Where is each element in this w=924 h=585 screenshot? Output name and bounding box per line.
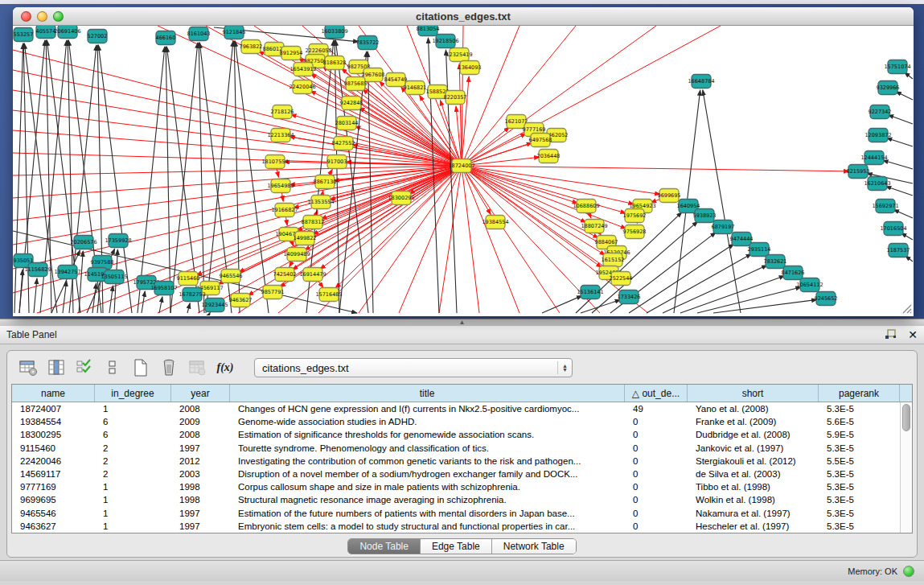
column-header-in_degree[interactable]: in_degree — [95, 385, 171, 402]
network-node[interactable]: 6497568 — [529, 134, 552, 147]
table-row[interactable]: 1830029562008Estimation of significance … — [12, 428, 912, 441]
import-table-icon[interactable] — [187, 357, 207, 378]
network-node[interactable]: 917003 — [327, 155, 347, 169]
table-row[interactable]: 977716911998Corpus callosum shape and si… — [12, 480, 912, 493]
close-window-button[interactable] — [21, 11, 31, 22]
split-pane-divider[interactable]: ▲ — [0, 319, 924, 326]
table-row[interactable]: 911546021997Tourette syndrome. Phenomeno… — [12, 442, 912, 455]
minimize-window-button[interactable] — [37, 11, 47, 22]
network-node[interactable]: 405574 — [36, 26, 56, 39]
network-node[interactable]: 9875685 — [344, 77, 368, 91]
network-node[interactable]: 11353554 — [307, 196, 334, 209]
network-node[interactable]: 16033809 — [321, 26, 347, 39]
column-header-short[interactable]: short — [688, 385, 819, 402]
delete-table-icon[interactable] — [158, 357, 179, 378]
function-builder-icon[interactable]: f(x) — [215, 357, 236, 378]
network-node[interactable]: 12325419 — [446, 48, 472, 62]
network-node[interactable]: 9245652 — [815, 292, 838, 306]
network-node[interactable]: 10654112 — [796, 278, 823, 292]
memory-indicator-icon[interactable] — [903, 566, 914, 577]
tab-network-table[interactable]: Network Table — [492, 539, 576, 554]
select-columns-check-icon[interactable] — [74, 357, 95, 378]
network-node[interactable]: 16914479 — [299, 268, 326, 282]
network-node[interactable]: 15716485 — [315, 288, 342, 302]
network-node[interactable]: 14099489 — [283, 248, 310, 262]
new-table-icon[interactable] — [130, 357, 151, 378]
table-row[interactable]: 946554611997Estimation of the future num… — [12, 507, 912, 520]
network-canvas[interactable]: 1872400779638228860128891295422226058982… — [13, 26, 914, 315]
network-node[interactable]: 9329966 — [877, 81, 900, 95]
network-node[interactable]: 2718126 — [271, 105, 294, 119]
network-node[interactable]: 1975692 — [623, 209, 647, 223]
network-node[interactable]: 8878312 — [302, 216, 325, 229]
float-panel-icon[interactable] — [885, 329, 897, 340]
network-node[interactable]: 1364093 — [458, 61, 482, 75]
network-node[interactable]: 9463627 — [229, 294, 253, 307]
network-node[interactable]: 12444154 — [860, 151, 887, 165]
network-node[interactable]: 9115460 — [177, 272, 200, 286]
network-node[interactable]: 9699695 — [658, 189, 681, 203]
zoom-window-button[interactable] — [53, 11, 64, 22]
network-node[interactable]: 17359928 — [105, 234, 131, 248]
network-node[interactable]: 9121845 — [223, 26, 246, 39]
network-node[interactable]: 20206576 — [70, 236, 97, 249]
network-node[interactable]: 18807249 — [581, 220, 607, 233]
table-row[interactable]: 946362711997Embryonic stem cells: a mode… — [12, 520, 912, 533]
network-node[interactable]: 9857791 — [261, 286, 285, 299]
tab-node-table[interactable]: Node Table — [348, 539, 421, 554]
network-node[interactable]: 10688609 — [573, 200, 599, 213]
network-node[interactable]: 2803144 — [335, 117, 359, 130]
column-chooser-icon[interactable] — [46, 357, 67, 378]
network-node[interactable]: 9227342 — [869, 105, 892, 119]
network-node[interactable]: 20691406 — [54, 26, 80, 39]
network-node[interactable]: 8186328 — [323, 56, 347, 70]
network-node[interactable]: 15692971 — [872, 200, 898, 213]
network-node[interactable]: 18107554 — [261, 155, 288, 169]
network-node[interactable]: 18724007 — [448, 159, 474, 173]
network-node[interactable]: 8912954 — [280, 47, 303, 60]
column-header-pagerank[interactable]: pagerank — [819, 385, 900, 402]
network-node[interactable]: 8427552 — [332, 137, 355, 150]
network-node[interactable]: 553257 — [14, 28, 34, 42]
network-node[interactable]: 527002 — [88, 30, 108, 43]
table-row[interactable]: 1872400712008Changes of HCN gene express… — [12, 402, 912, 415]
network-node[interactable]: 6879197 — [712, 220, 735, 234]
column-header-title[interactable]: title — [230, 385, 625, 402]
network-node[interactable]: 16782753 — [179, 288, 205, 302]
network-node[interactable]: 7832621 — [764, 255, 787, 269]
network-node[interactable]: 12093872 — [864, 129, 891, 142]
network-node[interactable]: 2036448 — [537, 150, 561, 163]
table-row[interactable]: 969969511998Structural magnetic resonanc… — [12, 493, 912, 506]
network-node[interactable]: 8471626 — [782, 266, 805, 280]
network-node[interactable]: 13505115 — [101, 270, 127, 284]
network-node[interactable]: 18300295 — [388, 192, 414, 205]
rows-icon[interactable] — [102, 357, 123, 378]
network-node[interactable]: 9465546 — [220, 270, 243, 283]
network-node[interactable]: 13942757 — [54, 266, 80, 279]
network-node[interactable]: 7963822 — [240, 40, 263, 54]
network-node[interactable]: 2522544 — [610, 272, 633, 286]
table-row[interactable]: 1938455462009Genome-wide association stu… — [12, 415, 912, 428]
network-node[interactable]: 16958107 — [150, 282, 177, 295]
network-node[interactable]: 12923445 — [201, 299, 228, 312]
network-node[interactable]: 5938923 — [693, 209, 717, 223]
network-node[interactable]: 466160 — [156, 31, 176, 45]
column-header-out_de[interactable]: △ out_de... — [625, 385, 688, 402]
column-header-year[interactable]: year — [171, 385, 230, 402]
network-node[interactable]: 9242848 — [340, 97, 363, 110]
network-node[interactable]: 19218506 — [432, 35, 458, 48]
network-node[interactable]: 7835722 — [356, 36, 380, 50]
network-node[interactable]: 12213364 — [267, 129, 294, 142]
network-node[interactable]: 8215953 — [847, 165, 870, 179]
table-scrollbar-thumb[interactable] — [902, 404, 910, 431]
network-node[interactable]: 16648784 — [688, 75, 714, 89]
network-node[interactable]: 9146821 — [404, 81, 427, 95]
table-scrollbar[interactable] — [900, 402, 912, 533]
network-node[interactable]: 8161043 — [187, 27, 211, 41]
network-node[interactable]: 16210643 — [864, 177, 890, 191]
network-node[interactable]: 7425402 — [273, 268, 297, 282]
table-settings-icon[interactable] — [18, 357, 39, 378]
network-node[interactable]: 8867130 — [314, 175, 337, 189]
network-node[interactable]: 1187537 — [887, 244, 910, 257]
network-node[interactable]: 17016504 — [880, 222, 906, 236]
